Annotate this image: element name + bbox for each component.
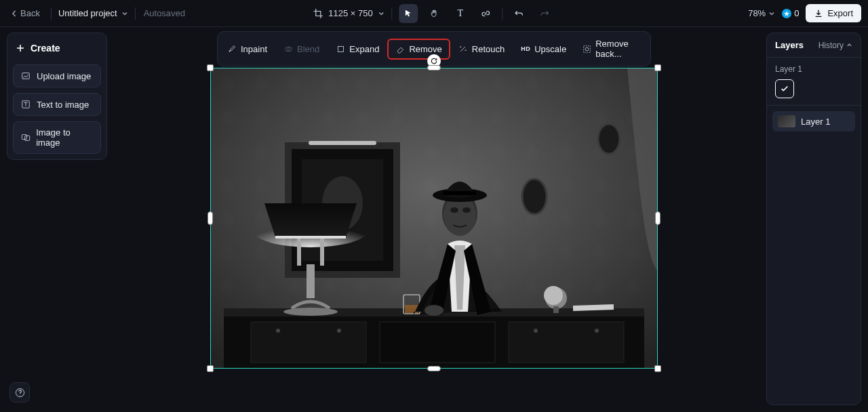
eraser-icon — [395, 44, 405, 54]
undo-button[interactable] — [510, 4, 529, 23]
selection-outline — [210, 68, 658, 369]
download-icon — [814, 9, 823, 18]
svg-rect-0 — [22, 73, 30, 79]
autosaved-label: Autosaved — [144, 8, 185, 18]
text-icon: T — [457, 8, 463, 19]
export-label: Export — [827, 8, 853, 18]
project-title-dropdown[interactable]: Untitled project — [58, 8, 128, 18]
help-icon — [15, 388, 25, 398]
remove-background-button[interactable]: Remove back... — [576, 35, 648, 63]
link-tool[interactable] — [477, 4, 496, 23]
help-button[interactable] — [9, 382, 30, 403]
check-icon — [780, 84, 789, 94]
upload-label: Upload image — [37, 71, 91, 81]
layer-thumbnail — [778, 115, 795, 127]
resize-handle-tr[interactable] — [654, 64, 661, 71]
hand-icon — [430, 9, 439, 18]
cursor-icon — [404, 9, 414, 18]
inpaint-label: Inpaint — [241, 44, 267, 54]
text-to-image-icon — [20, 99, 31, 110]
blend-button: Blend — [277, 40, 326, 58]
hd-icon: HD — [521, 44, 530, 54]
export-button[interactable]: Export — [806, 4, 861, 22]
layer-item[interactable]: Layer 1 — [772, 111, 855, 131]
resize-handle-right[interactable] — [655, 211, 660, 225]
retouch-label: Retouch — [472, 44, 505, 54]
plus-icon — [16, 43, 25, 53]
image-to-image-button[interactable]: Image to image — [13, 121, 101, 154]
divider — [135, 7, 136, 20]
svg-rect-6 — [338, 46, 343, 52]
crop-icon — [313, 9, 323, 18]
back-label: Back — [20, 8, 40, 18]
upscale-label: Upscale — [534, 44, 566, 54]
undo-icon — [515, 9, 524, 18]
text-tool[interactable]: T — [451, 4, 470, 23]
layer-visibility-thumb[interactable] — [775, 79, 794, 98]
chevron-left-icon — [11, 10, 18, 17]
text-to-image-button[interactable]: Text to image — [13, 93, 101, 116]
resize-handle-bottom[interactable] — [427, 366, 441, 371]
resize-handle-left[interactable] — [208, 211, 213, 225]
svg-rect-2 — [22, 135, 26, 140]
history-tab[interactable]: History — [818, 41, 852, 50]
layers-panel: Layers History Layer 1 Layer 1 — [766, 33, 861, 405]
svg-rect-7 — [584, 45, 591, 52]
image-to-image-icon — [20, 132, 31, 143]
expand-icon — [336, 44, 345, 54]
resize-handle-bl[interactable] — [207, 365, 214, 372]
expand-button[interactable]: Expand — [329, 40, 386, 58]
upload-image-button[interactable]: Upload image — [13, 64, 101, 87]
remove-bg-label: Remove back... — [595, 39, 641, 59]
remove-label: Remove — [409, 44, 441, 54]
redo-icon — [540, 9, 550, 18]
text-to-image-label: Text to image — [37, 100, 89, 110]
create-label: Create — [31, 43, 60, 54]
canvas-selection[interactable] — [210, 68, 658, 369]
blend-label: Blend — [297, 44, 319, 54]
retouch-button[interactable]: Retouch — [452, 40, 511, 58]
inpaint-button[interactable]: Inpaint — [220, 40, 274, 58]
brush-icon — [227, 44, 237, 54]
svg-rect-3 — [24, 136, 29, 140]
link-icon — [481, 9, 491, 18]
wand-icon — [458, 44, 468, 54]
layers-tab[interactable]: Layers — [775, 40, 804, 50]
divider — [51, 7, 52, 20]
chevron-up-icon — [846, 42, 852, 48]
layer-name: Layer 1 — [801, 117, 830, 127]
back-button[interactable]: Back — [7, 5, 44, 21]
project-title: Untitled project — [58, 8, 117, 18]
remove-button[interactable]: Remove — [389, 40, 448, 58]
divider — [392, 7, 393, 20]
select-tool[interactable] — [399, 4, 418, 23]
chevron-down-icon — [768, 10, 775, 17]
image-to-image-label: Image to image — [36, 127, 94, 148]
resize-handle-tl[interactable] — [207, 64, 214, 71]
expand-label: Expand — [349, 44, 379, 54]
canvas-dimensions: 1125 × 750 — [328, 8, 372, 18]
upscale-button[interactable]: HD Upscale — [514, 40, 573, 58]
redo-button[interactable] — [536, 4, 555, 23]
chevron-down-icon — [121, 10, 128, 17]
resize-handle-top[interactable] — [427, 65, 441, 70]
history-label: History — [818, 41, 844, 50]
chevron-down-icon — [378, 10, 385, 17]
hand-tool[interactable] — [425, 4, 444, 23]
resize-handle-br[interactable] — [654, 365, 661, 372]
svg-point-8 — [585, 47, 589, 51]
credits-value: 0 — [794, 8, 799, 18]
zoom-value: 78% — [748, 8, 766, 18]
refresh-icon — [430, 57, 438, 65]
remove-bg-icon — [583, 44, 591, 54]
selected-layer-label: Layer 1 — [775, 64, 852, 74]
upload-icon — [20, 70, 31, 81]
canvas-dimensions-dropdown[interactable]: 1125 × 750 — [313, 8, 384, 18]
credits-icon — [782, 9, 791, 18]
create-header: Create — [13, 39, 101, 59]
create-panel: Create Upload image Text to image Image … — [7, 33, 107, 160]
blend-icon — [283, 44, 293, 54]
zoom-dropdown[interactable]: 78% — [748, 8, 775, 18]
divider — [502, 7, 503, 20]
credits-button[interactable]: 0 — [782, 8, 799, 18]
